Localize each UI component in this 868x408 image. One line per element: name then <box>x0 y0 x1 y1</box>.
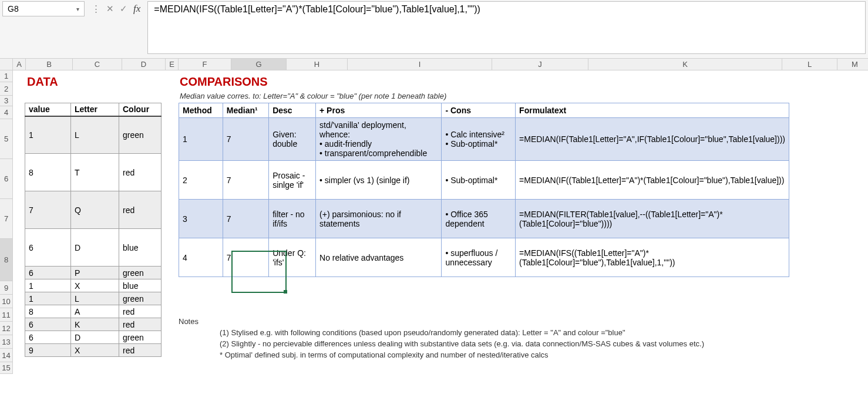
cell[interactable]: 4 <box>179 238 223 277</box>
row-header[interactable]: 1 <box>0 70 13 82</box>
row-header[interactable]: 4 <box>0 106 13 119</box>
col-header[interactable]: F <box>179 59 231 70</box>
cell[interactable]: blue <box>119 279 162 292</box>
cell[interactable]: P <box>71 267 119 279</box>
cell[interactable]: 6 <box>25 267 71 279</box>
table-row[interactable]: 8Ared <box>25 305 162 318</box>
comp-header-cons[interactable]: - Cons <box>442 103 516 118</box>
comp-header-formula[interactable]: Formulatext <box>516 103 789 118</box>
cell[interactable]: 6 <box>25 318 71 331</box>
row-header[interactable]: 5 <box>0 119 13 159</box>
cell[interactable]: X <box>71 279 119 292</box>
name-box[interactable]: G8 ▾ <box>2 1 85 16</box>
row-header[interactable]: 7 <box>0 199 13 239</box>
cell[interactable]: T <box>71 154 119 191</box>
cell[interactable]: =MEDIAN(IF((Table1[Letter]="A")*(Table1[… <box>516 161 789 200</box>
cancel-icon[interactable]: ✕ <box>106 4 114 14</box>
table-row[interactable]: 1Xblue <box>25 279 162 292</box>
chevron-down-icon[interactable]: ▾ <box>76 6 79 12</box>
table-row[interactable]: 6Dgreen <box>25 331 162 344</box>
data-header-colour[interactable]: Colour <box>119 103 162 116</box>
cell[interactable]: 7 <box>223 200 268 238</box>
col-header[interactable]: L <box>782 59 837 70</box>
table-row[interactable]: 1Lgreen <box>25 292 162 305</box>
cell[interactable]: L <box>71 292 119 305</box>
col-header[interactable]: I <box>348 59 492 70</box>
cell[interactable]: 7 <box>223 238 268 277</box>
row-header[interactable]: 3 <box>0 96 13 106</box>
cell[interactable]: std/'vanilla' deployment, whence: • audi… <box>316 118 442 161</box>
select-all-corner[interactable] <box>0 59 13 70</box>
cell[interactable]: green <box>119 331 162 344</box>
cell[interactable]: Prosaic - sinlge 'if' <box>269 161 316 200</box>
cell[interactable]: 6 <box>25 331 71 344</box>
cell[interactable]: 6 <box>25 229 71 267</box>
cell[interactable]: K <box>71 318 119 331</box>
row-header[interactable]: 13 <box>0 335 13 349</box>
row-header[interactable]: 8 <box>0 239 13 281</box>
cell[interactable]: =MEDIAN(FILTER(Table1[value],--((Table1[… <box>516 200 789 238</box>
comp-header-median[interactable]: Median¹ <box>223 103 268 118</box>
table-row[interactable]: 1Lgreen <box>25 116 162 154</box>
cell[interactable]: 2 <box>179 161 223 200</box>
table-row[interactable]: 8Tred <box>25 154 162 191</box>
cell[interactable]: =MEDIAN(IF(Table1[Letter]="A",IF(Table1[… <box>516 118 789 161</box>
cell[interactable]: • superfluous / unnecessary <box>442 238 516 277</box>
cell[interactable]: 7 <box>223 161 268 200</box>
fx-icon[interactable]: fx <box>133 3 140 15</box>
cell[interactable]: X <box>71 344 119 357</box>
cell[interactable]: (+) parsimonious: no if statements <box>316 200 442 238</box>
enter-icon[interactable]: ✓ <box>120 4 127 14</box>
cell[interactable]: Under Q: 'ifs' <box>269 238 316 277</box>
table-row[interactable]: 7Qred <box>25 191 162 229</box>
cell[interactable]: red <box>119 344 162 357</box>
cell[interactable]: red <box>119 154 162 191</box>
cell[interactable]: green <box>119 267 162 279</box>
cell[interactable]: • Office 365 dependent <box>442 200 516 238</box>
table-row[interactable]: 6Dblue <box>25 229 162 267</box>
table-row[interactable]: 47Under Q: 'ifs'No relative advantages• … <box>179 238 789 277</box>
row-header[interactable]: 14 <box>0 349 13 362</box>
row-header[interactable]: 9 <box>0 281 13 295</box>
col-header[interactable]: G <box>231 59 287 70</box>
cell[interactable]: L <box>71 116 119 154</box>
cell[interactable]: 9 <box>25 344 71 357</box>
table-row[interactable]: 6Pgreen <box>25 267 162 279</box>
cell[interactable]: 1 <box>179 118 223 161</box>
cell[interactable]: 8 <box>25 154 71 191</box>
col-header[interactable]: K <box>588 59 782 70</box>
col-header[interactable]: H <box>287 59 348 70</box>
cell[interactable]: • Calc intensive² • Sub-optimal* <box>442 118 516 161</box>
cell[interactable]: D <box>71 331 119 344</box>
cell[interactable]: green <box>119 292 162 305</box>
comp-header-method[interactable]: Method <box>179 103 223 118</box>
col-header[interactable]: C <box>73 59 122 70</box>
cell[interactable]: Given: double <box>269 118 316 161</box>
cell[interactable]: No relative advantages <box>316 238 442 277</box>
cell[interactable]: Q <box>71 191 119 229</box>
col-header[interactable]: D <box>122 59 166 70</box>
cell[interactable]: 8 <box>25 305 71 318</box>
data-header-value[interactable]: value <box>25 103 71 116</box>
cell[interactable]: red <box>119 318 162 331</box>
formula-input[interactable]: =MEDIAN(IFS((Table1[Letter]="A")*(Table1… <box>147 1 866 54</box>
cell[interactable]: red <box>119 305 162 318</box>
table-row[interactable]: 17Given: doublestd/'vanilla' deployment,… <box>179 118 789 161</box>
cell[interactable]: 7 <box>25 191 71 229</box>
cell[interactable]: 3 <box>179 200 223 238</box>
cell[interactable]: • Sub-optimal* <box>442 161 516 200</box>
col-header[interactable]: J <box>492 59 588 70</box>
cell[interactable]: =MEDIAN(IFS((Table1[Letter]="A")*(Table1… <box>516 238 789 277</box>
col-header[interactable]: A <box>13 59 26 70</box>
row-header[interactable]: 12 <box>0 322 13 335</box>
cell[interactable]: • simpler (vs 1) (sinlge if) <box>316 161 442 200</box>
cell[interactable]: 1 <box>25 279 71 292</box>
cell[interactable]: blue <box>119 229 162 267</box>
row-header[interactable]: 10 <box>0 295 13 308</box>
comp-header-desc[interactable]: Desc <box>269 103 316 118</box>
row-header[interactable]: 6 <box>0 159 13 199</box>
cell[interactable]: green <box>119 116 162 154</box>
table-row[interactable]: 37filter - no if/ifs(+) parsimonious: no… <box>179 200 789 238</box>
table-row[interactable]: 9Xred <box>25 344 162 357</box>
row-header[interactable]: 11 <box>0 308 13 322</box>
